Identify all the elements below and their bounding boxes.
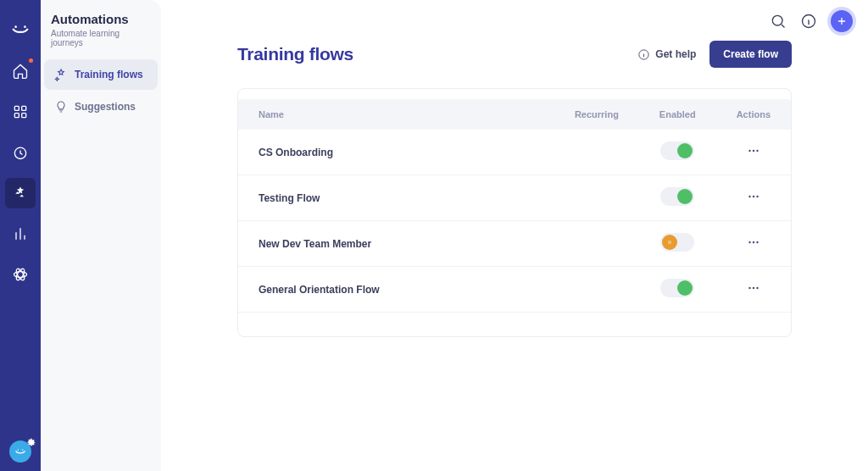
table-row[interactable]: General Orientation Flow <box>238 267 791 313</box>
svg-point-10 <box>18 449 19 450</box>
info-circle-icon <box>637 48 650 61</box>
nav-automations[interactable] <box>5 178 36 208</box>
cell-name: General Orientation Flow <box>238 267 554 313</box>
cell-name: CS Onboarding <box>238 130 554 175</box>
settings-gear-icon[interactable] <box>26 435 36 446</box>
sparkle-icon <box>54 68 68 81</box>
sidebar-header: Automations Automate learning journeys <box>41 12 161 58</box>
sidebar-item-label: Training flows <box>75 69 143 80</box>
enabled-toggle[interactable] <box>660 187 694 206</box>
cell-enabled <box>639 267 716 313</box>
cell-actions <box>716 267 791 313</box>
more-actions-icon[interactable] <box>746 235 761 250</box>
nav-home[interactable] <box>5 56 36 86</box>
svg-point-16 <box>753 150 754 152</box>
lightbulb-icon <box>54 100 68 114</box>
svg-point-17 <box>756 150 758 152</box>
col-header-recurring: Recurring <box>554 99 639 130</box>
nav-rail <box>0 0 41 471</box>
table-row[interactable]: New Dev Team Member <box>238 221 791 267</box>
cell-actions <box>716 130 791 175</box>
svg-point-24 <box>748 287 750 289</box>
svg-point-25 <box>753 287 754 289</box>
get-help-link[interactable]: Get help <box>637 48 696 61</box>
main: Training flows Get help Create flow Name… <box>161 0 868 471</box>
svg-point-7 <box>14 272 27 278</box>
flows-card: Name Recurring Enabled Actions CS Onboar… <box>237 88 792 337</box>
table-row[interactable]: CS Onboarding <box>238 130 791 175</box>
logo-icon[interactable] <box>5 15 36 46</box>
svg-point-12 <box>772 15 782 25</box>
nav-atom[interactable] <box>5 259 36 290</box>
sidebar-item-training-flows[interactable]: Training flows <box>44 59 158 90</box>
cell-name: Testing Flow <box>238 175 554 221</box>
toggle-on-icon <box>677 189 693 204</box>
svg-point-22 <box>753 241 754 243</box>
cell-recurring <box>554 267 639 313</box>
svg-point-15 <box>748 150 750 152</box>
more-actions-icon[interactable] <box>746 143 761 158</box>
more-actions-icon[interactable] <box>746 189 761 204</box>
nav-apps[interactable] <box>5 97 36 127</box>
cell-actions <box>716 221 791 267</box>
cell-enabled <box>639 221 716 267</box>
sidebar: Automations Automate learning journeys T… <box>41 0 161 471</box>
svg-point-23 <box>756 241 758 243</box>
create-flow-button[interactable]: Create flow <box>709 41 792 68</box>
content: Training flows Get help Create flow Name… <box>161 0 868 337</box>
add-button[interactable] <box>831 10 853 32</box>
svg-point-11 <box>22 449 23 450</box>
sidebar-item-label: Suggestions <box>75 101 136 113</box>
svg-point-20 <box>756 196 758 197</box>
toggle-on-icon <box>677 280 693 296</box>
info-icon[interactable] <box>800 13 817 30</box>
svg-point-19 <box>753 196 754 197</box>
sidebar-item-suggestions[interactable]: Suggestions <box>44 91 158 122</box>
svg-point-1 <box>24 25 26 28</box>
svg-rect-5 <box>22 114 26 118</box>
svg-rect-3 <box>22 106 26 110</box>
cell-actions <box>716 175 791 221</box>
cell-enabled <box>639 130 716 175</box>
search-icon[interactable] <box>770 13 787 30</box>
page-header: Training flows Get help Create flow <box>237 41 792 68</box>
svg-rect-2 <box>14 106 19 110</box>
plus-icon <box>836 15 848 27</box>
nav-timer[interactable] <box>5 137 36 168</box>
header-actions: Get help Create flow <box>637 41 792 68</box>
cell-recurring <box>554 221 639 267</box>
cell-recurring <box>554 175 639 221</box>
enabled-toggle[interactable] <box>660 141 694 160</box>
pause-icon <box>662 235 677 250</box>
table-row[interactable]: Testing Flow <box>238 175 791 221</box>
enabled-toggle[interactable] <box>660 279 694 297</box>
more-actions-icon[interactable] <box>746 280 761 296</box>
top-actions <box>770 10 853 32</box>
svg-point-21 <box>748 241 750 243</box>
svg-point-0 <box>14 25 17 28</box>
svg-point-26 <box>756 287 758 289</box>
user-avatar[interactable] <box>9 441 31 463</box>
enabled-toggle[interactable] <box>660 233 694 252</box>
col-header-actions: Actions <box>716 99 791 130</box>
cell-name: New Dev Team Member <box>238 221 554 267</box>
svg-point-18 <box>748 196 750 197</box>
col-header-name: Name <box>238 99 554 130</box>
col-header-enabled: Enabled <box>639 99 716 130</box>
notification-dot <box>29 58 33 63</box>
page-title: Training flows <box>237 44 353 64</box>
sidebar-title: Automations <box>51 12 151 26</box>
cell-enabled <box>639 175 716 221</box>
sidebar-subtitle: Automate learning journeys <box>51 29 151 47</box>
toggle-on-icon <box>677 143 693 158</box>
cell-recurring <box>554 130 639 175</box>
svg-rect-4 <box>14 114 19 118</box>
get-help-label: Get help <box>655 48 696 60</box>
flows-table: Name Recurring Enabled Actions CS Onboar… <box>238 99 791 313</box>
nav-analytics[interactable] <box>5 219 36 249</box>
